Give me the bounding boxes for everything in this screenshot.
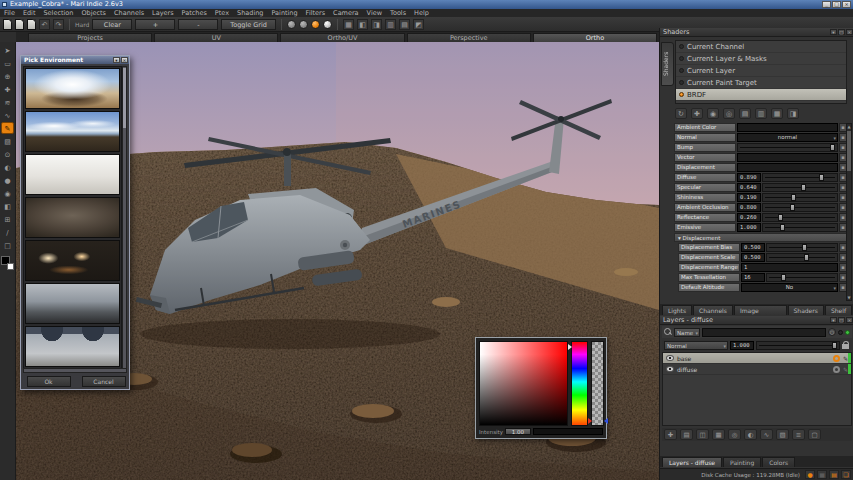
layers-panel-header[interactable]: Layers - diffuse ▾ □ × xyxy=(660,316,853,325)
slerp-tool-icon[interactable]: ∿ xyxy=(1,109,14,121)
max-tessellation-value[interactable]: 16 xyxy=(741,273,765,282)
ok-button[interactable]: Ok xyxy=(27,376,71,387)
marquee-select-tool-icon[interactable]: ▭ xyxy=(1,57,14,69)
import-shader-icon[interactable]: ▦ xyxy=(771,108,783,119)
tab-painting[interactable]: Painting xyxy=(723,457,761,467)
shader-item[interactable]: Current Layer & Masks xyxy=(676,53,846,65)
paint-buffer-icon[interactable]: ▤ xyxy=(399,19,410,30)
normal-dropdown[interactable]: normal▾ xyxy=(737,133,838,142)
mirror-y-icon[interactable]: ◨ xyxy=(371,19,382,30)
menu-patches[interactable]: Patches xyxy=(182,9,207,17)
tab-ortho[interactable]: Ortho xyxy=(533,33,657,42)
tab-shaders[interactable]: Shaders xyxy=(788,305,824,315)
brush-medium-icon[interactable] xyxy=(299,20,308,29)
environment-thumbnail-bridge[interactable] xyxy=(25,326,120,367)
vector-paint-tool-icon[interactable]: ∕ xyxy=(1,226,14,238)
hue-marker[interactable] xyxy=(568,344,572,350)
panel-pin-icon[interactable]: ▾ xyxy=(830,317,837,323)
environment-thumbnail-studio[interactable] xyxy=(25,154,120,195)
panel-pin-icon[interactable]: ▾ xyxy=(830,29,837,35)
ambient-occlusion-value[interactable]: 0.800 xyxy=(737,203,761,212)
visibility-eye-icon[interactable] xyxy=(666,355,674,361)
environment-thumbnail-cave[interactable] xyxy=(25,197,120,238)
filter-dropdown[interactable]: Name▾ xyxy=(674,328,700,337)
add-folder-icon[interactable]: ▤ xyxy=(680,429,693,440)
reflectance-slider[interactable] xyxy=(762,213,838,222)
brush-hard-icon[interactable] xyxy=(323,20,332,29)
vector-well[interactable] xyxy=(737,153,838,162)
open-project-icon[interactable] xyxy=(15,19,24,30)
menu-shading[interactable]: Shading xyxy=(237,9,263,17)
radio-selected-icon[interactable] xyxy=(679,92,684,97)
add-shader-icon[interactable]: ✚ xyxy=(691,108,703,119)
tab-uv[interactable]: UV xyxy=(154,33,278,42)
tab-layers-diffuse[interactable]: Layers - diffuse xyxy=(662,457,722,467)
hue-strip[interactable] xyxy=(571,341,588,426)
symmetry-icon[interactable]: ◩ xyxy=(413,19,424,30)
layer-row-diffuse[interactable]: diffuse ✎ xyxy=(663,364,851,375)
displacement-group-header[interactable]: ▾ Displacement xyxy=(674,233,847,242)
clear-button[interactable]: Clear xyxy=(92,19,132,30)
brush-active-icon[interactable] xyxy=(311,20,320,29)
menu-tools[interactable]: Tools xyxy=(390,9,406,17)
diffuse-slider[interactable] xyxy=(762,173,838,182)
mirror-x-icon[interactable]: ◧ xyxy=(357,19,368,30)
environment-thumbnail-interior[interactable] xyxy=(25,240,120,281)
alpha-strip[interactable] xyxy=(591,341,604,426)
redo-icon[interactable]: ↷ xyxy=(53,19,64,30)
tab-shelf[interactable]: Shelf xyxy=(825,305,852,315)
panel-float-icon[interactable]: □ xyxy=(838,29,845,35)
undo-icon[interactable]: ↶ xyxy=(39,19,50,30)
panel-close-icon[interactable]: × xyxy=(846,29,853,35)
memory-indicator-icon[interactable]: ▤ xyxy=(829,470,839,479)
merge-layers-icon[interactable]: ◐ xyxy=(744,429,757,440)
tab-image-manager[interactable]: Image Manager xyxy=(734,305,787,315)
delete-shader-icon[interactable]: ◎ xyxy=(723,108,735,119)
blend-mode-dropdown[interactable]: Normal▾ xyxy=(664,341,728,350)
displacement-bias-slider[interactable] xyxy=(766,243,838,252)
tab-colors[interactable]: Colors xyxy=(762,457,795,467)
reflectance-value[interactable]: 0.260 xyxy=(737,213,761,222)
menu-painting[interactable]: Painting xyxy=(271,9,297,17)
shader-item[interactable]: Current Channel xyxy=(676,41,846,53)
intensity-bar[interactable] xyxy=(533,428,603,435)
cache-indicator-icon[interactable]: ● xyxy=(805,470,815,479)
transfer-layer-icon[interactable]: ∿ xyxy=(760,429,773,440)
displacement-scale-value[interactable]: 0.500 xyxy=(741,253,765,262)
color-swatches[interactable] xyxy=(1,256,14,270)
bump-slider[interactable] xyxy=(737,143,838,152)
list-options-icon[interactable]: ≡ xyxy=(792,429,805,440)
save-project-icon[interactable] xyxy=(27,19,36,30)
environment-list-scrollbar[interactable] xyxy=(122,66,127,373)
tab-lights[interactable]: Lights xyxy=(662,305,692,315)
menu-view[interactable]: View xyxy=(367,9,382,17)
paint-through-tool-icon[interactable]: ⊞ xyxy=(1,213,14,225)
displacement-scale-slider[interactable] xyxy=(766,253,838,262)
zoom-in-button[interactable]: + xyxy=(135,19,175,30)
ambient-occlusion-slider[interactable] xyxy=(762,203,838,212)
zoom-out-button[interactable]: - xyxy=(178,19,218,30)
duplicate-shader-icon[interactable]: ◉ xyxy=(707,108,719,119)
visibility-eye-icon[interactable] xyxy=(666,366,674,372)
blur-tool-icon[interactable]: ● xyxy=(1,174,14,186)
cached-indicator-icon[interactable] xyxy=(833,355,840,362)
delete-layer-icon[interactable]: ▢ xyxy=(808,429,821,440)
shader-item[interactable]: Current Paint Target xyxy=(676,77,846,89)
menu-camera[interactable]: Camera xyxy=(333,9,359,17)
menu-help[interactable]: Help xyxy=(414,9,429,17)
clone-stamp-tool-icon[interactable]: ◐ xyxy=(1,161,14,173)
brush-soft-icon[interactable] xyxy=(287,20,296,29)
default-altitude-dropdown[interactable]: No▾ xyxy=(741,283,838,292)
environment-list-hscrollbar[interactable] xyxy=(23,368,127,373)
export-shader-icon[interactable]: ▥ xyxy=(755,108,767,119)
tab-projects[interactable]: Projects xyxy=(28,33,152,42)
radio-icon[interactable] xyxy=(679,80,684,85)
panel-close-icon[interactable]: × xyxy=(846,317,853,323)
close-button[interactable]: × xyxy=(842,1,851,8)
layer-amount-slider[interactable] xyxy=(756,341,840,350)
environment-thumbnail-sky[interactable] xyxy=(25,111,120,152)
properties-scrollbar[interactable]: ▲▼ xyxy=(846,123,852,301)
cached-indicator-icon[interactable] xyxy=(833,366,840,373)
shininess-slider[interactable] xyxy=(762,193,838,202)
menu-selection[interactable]: Selection xyxy=(43,9,73,17)
